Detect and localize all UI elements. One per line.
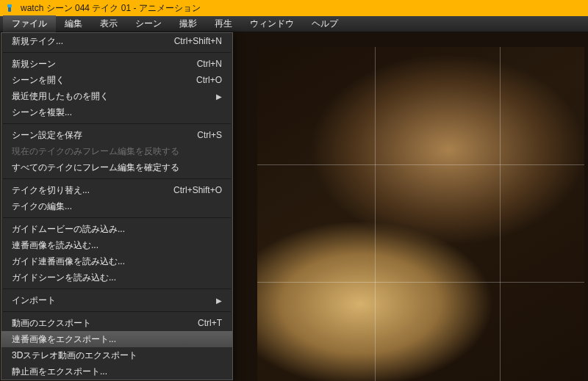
menu-4[interactable]: 撮影 <box>171 15 206 32</box>
window-title: watch シーン 044 テイク 01 - アニメーション <box>21 2 201 15</box>
menu-item-label: シーン設定を保存 <box>12 129 188 142</box>
menu-separator <box>3 123 231 124</box>
menu-item[interactable]: テイクの編集... <box>1 198 232 214</box>
menu-item-label: 連番画像を読み込む... <box>12 239 222 252</box>
menu-item-shortcut: Ctrl+S <box>197 130 222 140</box>
menu-separator <box>3 52 231 53</box>
menu-item: 現在のテイクのみフレーム編集を反映する <box>1 143 232 159</box>
menu-item[interactable]: シーンを複製... <box>1 104 232 120</box>
menu-item-label: テイクを切り替え... <box>12 184 165 197</box>
menu-6[interactable]: ウィンドウ <box>241 15 303 32</box>
menu-item[interactable]: 連番画像をエクスポート... <box>1 331 232 347</box>
menu-item[interactable]: 3Dステレオ動画のエクスポート <box>1 347 232 363</box>
menu-7[interactable]: ヘルプ <box>303 15 347 32</box>
menu-item-shortcut: Ctrl+O <box>196 75 222 85</box>
menu-item-label: シーンを開く <box>12 74 187 87</box>
menu-item-label: ガイドムービーの読み込み... <box>12 223 222 236</box>
svg-rect-1 <box>8 7 11 12</box>
submenu-arrow-icon: ▶ <box>216 92 222 101</box>
menu-item-label: 静止画をエクスポート... <box>12 366 222 378</box>
menu-item-label: 連番画像をエクスポート... <box>12 333 222 346</box>
menu-1[interactable]: 編集 <box>56 15 91 32</box>
menu-item-label: 現在のテイクのみフレーム編集を反映する <box>12 145 222 158</box>
app-icon <box>4 3 15 13</box>
menu-item-label: 新規テイク... <box>12 35 165 48</box>
menu-separator <box>3 311 231 312</box>
menu-item-shortcut: Ctrl+N <box>197 59 222 69</box>
menu-item-shortcut: Ctrl+Shift+N <box>174 36 222 46</box>
menu-item[interactable]: すべてのテイクにフレーム編集を確定する <box>1 159 232 175</box>
menu-item[interactable]: 連番画像を読み込む... <box>1 237 232 253</box>
menu-item[interactable]: 静止画をエクスポート... <box>1 363 232 380</box>
menu-item[interactable]: ガイド連番画像を読み込む... <box>1 253 232 269</box>
menu-item[interactable]: 新規テイク...Ctrl+Shift+N <box>1 33 232 49</box>
svg-rect-0 <box>7 4 12 7</box>
menu-item[interactable]: ガイドムービーの読み込み... <box>1 221 232 237</box>
menu-2[interactable]: 表示 <box>91 15 126 32</box>
menu-item[interactable]: 動画のエクスポートCtrl+T <box>1 315 232 331</box>
menu-item-shortcut: Ctrl+Shift+O <box>173 185 222 195</box>
menu-item[interactable]: 新規シーンCtrl+N <box>1 56 232 72</box>
menu-separator <box>3 217 231 218</box>
menu-separator <box>3 178 231 179</box>
menu-item-label: インポート <box>12 294 216 307</box>
menu-item-label: 最近使用したものを開く <box>12 90 216 103</box>
menu-item[interactable]: テイクを切り替え...Ctrl+Shift+O <box>1 182 232 198</box>
preview-image <box>257 47 584 381</box>
file-menu-dropdown: 新規テイク...Ctrl+Shift+N新規シーンCtrl+Nシーンを開くCtr… <box>1 32 233 380</box>
menu-item[interactable]: ガイドシーンを読み込む... <box>1 269 232 286</box>
menu-5[interactable]: 再生 <box>206 15 241 32</box>
menubar: ファイル編集表示シーン撮影再生ウィンドウヘルプ <box>0 16 588 32</box>
menu-0[interactable]: ファイル <box>3 15 56 32</box>
menu-item-shortcut: Ctrl+T <box>198 318 222 328</box>
menu-item-label: テイクの編集... <box>12 200 222 213</box>
menu-item-label: 新規シーン <box>12 58 188 70</box>
menu-item[interactable]: シーンを開くCtrl+O <box>1 72 232 88</box>
titlebar: watch シーン 044 テイク 01 - アニメーション <box>0 0 588 16</box>
menu-item-label: すべてのテイクにフレーム編集を確定する <box>12 162 222 174</box>
menu-item-label: 動画のエクスポート <box>12 317 189 330</box>
menu-item-label: ガイドシーンを読み込む... <box>12 272 222 284</box>
submenu-arrow-icon: ▶ <box>216 297 222 305</box>
menu-item[interactable]: シーン設定を保存Ctrl+S <box>1 127 232 143</box>
menu-item-label: 3Dステレオ動画のエクスポート <box>12 349 222 362</box>
menu-item[interactable]: 最近使用したものを開く▶ <box>1 88 232 104</box>
menu-item[interactable]: インポート▶ <box>1 292 232 308</box>
menu-item-label: シーンを複製... <box>12 106 222 119</box>
menu-item-label: ガイド連番画像を読み込む... <box>12 255 222 268</box>
menu-3[interactable]: シーン <box>126 15 171 32</box>
menu-separator <box>3 289 231 289</box>
